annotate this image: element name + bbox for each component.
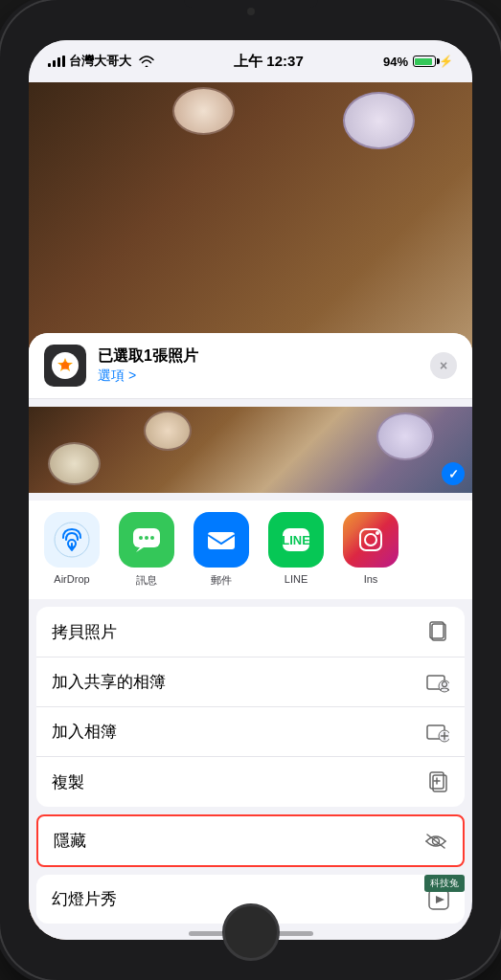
home-button[interactable]	[222, 903, 280, 961]
status-bar: 台灣大哥大 上午 12:37 94% ⚡	[29, 40, 472, 82]
share-sheet: 已選取1張照片 選項 > × ✓	[29, 333, 472, 940]
sheet-header-text: 已選取1張照片 選項 >	[98, 346, 419, 385]
status-left: 台灣大哥大	[48, 53, 154, 70]
add-album-action[interactable]: 加入相簿	[36, 707, 465, 757]
svg-marker-32	[436, 896, 444, 903]
phone-screen: 台灣大哥大 上午 12:37 94% ⚡	[29, 40, 472, 940]
airdrop-app-item[interactable]: AirDrop	[44, 512, 100, 588]
message-icon	[119, 512, 174, 568]
svg-point-9	[150, 536, 154, 540]
svg-marker-6	[136, 547, 144, 552]
airdrop-label: AirDrop	[54, 573, 89, 585]
line-app-item[interactable]: LINE LINE	[268, 512, 324, 588]
hide-label: 隱藏	[54, 830, 86, 852]
watermark: 科技兔	[424, 875, 465, 892]
selected-check-icon: ✓	[442, 462, 465, 485]
hide-icon	[424, 832, 447, 851]
svg-point-15	[376, 531, 379, 535]
battery-icon: ⚡	[413, 55, 453, 68]
battery-percent: 94%	[383, 55, 408, 69]
copy-photo-icon	[428, 620, 449, 643]
hide-action[interactable]: 隱藏	[38, 816, 463, 865]
signal-bars	[48, 56, 65, 67]
svg-text:LINE: LINE	[282, 533, 310, 547]
photos-app-icon	[44, 345, 86, 387]
add-album-icon	[426, 722, 449, 743]
duplicate-icon	[428, 770, 449, 793]
svg-point-1	[61, 362, 69, 369]
sheet-header: 已選取1張照片 選項 > ×	[29, 333, 472, 399]
copy-photo-label: 拷貝照片	[52, 621, 117, 643]
message-app-item[interactable]: 訊息	[119, 512, 174, 588]
add-shared-album-action[interactable]: 加入共享的相簿	[36, 657, 465, 707]
instagram-app-item[interactable]: Ins	[343, 512, 399, 588]
sheet-close-button[interactable]: ×	[430, 352, 457, 379]
carrier-label: 台灣大哥大	[69, 53, 131, 70]
add-shared-album-label: 加入共享的相簿	[52, 671, 166, 693]
photo-thumbnail-strip: ✓	[29, 407, 472, 493]
add-album-label: 加入相簿	[52, 721, 117, 743]
wifi-icon	[139, 56, 154, 67]
sheet-title: 已選取1張照片	[98, 346, 419, 367]
hide-action-container: 隱藏	[36, 814, 465, 867]
status-time: 上午 12:37	[234, 53, 304, 71]
copy-photo-action[interactable]: 拷貝照片	[36, 607, 465, 657]
duplicate-label: 複製	[52, 771, 84, 793]
line-icon: LINE	[268, 512, 324, 568]
action-list: 拷貝照片 加入共享的相簿	[36, 607, 465, 807]
svg-point-8	[145, 536, 148, 540]
svg-point-14	[365, 534, 376, 546]
line-label: LINE	[285, 573, 307, 585]
svg-rect-10	[208, 532, 235, 549]
mail-app-item[interactable]: 郵件	[194, 512, 249, 588]
mail-label: 郵件	[211, 573, 232, 588]
duplicate-action[interactable]: 複製	[36, 757, 465, 807]
mail-icon	[194, 512, 249, 568]
message-label: 訊息	[136, 573, 157, 588]
instagram-label: Ins	[364, 573, 378, 585]
add-shared-album-icon	[426, 672, 449, 693]
instagram-icon	[343, 512, 399, 568]
slideshow-label: 幻燈片秀	[52, 888, 117, 910]
share-apps-row: AirDrop 訊息	[29, 501, 472, 599]
phone-frame: 台灣大哥大 上午 12:37 94% ⚡	[0, 0, 501, 980]
gallery-background: 已選取1張照片 選項 > × ✓	[29, 82, 472, 940]
status-right: 94% ⚡	[383, 55, 453, 69]
airdrop-icon	[44, 512, 100, 568]
svg-point-7	[139, 536, 143, 540]
sheet-subtitle[interactable]: 選項 >	[98, 368, 419, 385]
